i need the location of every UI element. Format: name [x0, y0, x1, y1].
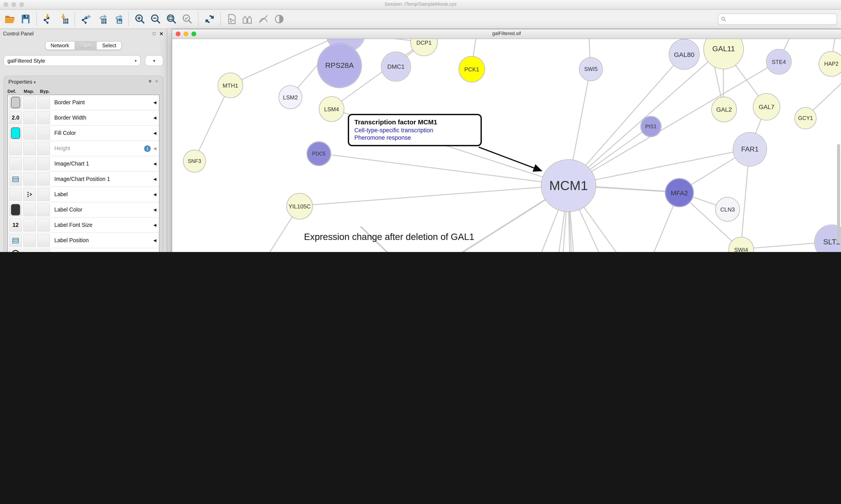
default-cell[interactable]	[9, 203, 22, 216]
import-table-button[interactable]	[56, 12, 71, 26]
network-node-swi5[interactable]: SWI5	[579, 57, 603, 81]
property-row-fill-color[interactable]: Fill Color ◀	[8, 126, 159, 141]
open-session-button[interactable]	[3, 12, 17, 26]
bypass-cell[interactable]	[37, 127, 50, 140]
zoom-selected-button[interactable]	[180, 12, 194, 26]
search-network-button[interactable]	[240, 12, 254, 26]
bypass-cell[interactable]	[37, 111, 50, 124]
expand-row-icon[interactable]: ◀	[153, 100, 156, 105]
property-row-label-color[interactable]: Label Color ◀	[8, 202, 159, 218]
expand-row-icon[interactable]: ◀	[153, 208, 156, 212]
expand-all-icon[interactable]: »	[147, 80, 154, 83]
network-node-far1[interactable]: FAR1	[733, 132, 767, 166]
network-node-hap2[interactable]: HAP2	[819, 51, 841, 77]
network-node-gal7[interactable]: GAL7	[753, 93, 780, 121]
mapping-cell[interactable]	[23, 157, 36, 170]
default-cell[interactable]	[9, 173, 22, 186]
import-network-button[interactable]	[41, 12, 55, 26]
network-node-lsm4[interactable]: LSM4	[319, 96, 344, 122]
network-node-gal11[interactable]: GAL11	[703, 39, 744, 69]
network-node-pis1[interactable]: PIS1	[640, 116, 661, 137]
search-input[interactable]	[728, 16, 834, 22]
network-node-pdc5[interactable]: PDC5	[307, 141, 331, 166]
network-node-gal80[interactable]: GAL80	[669, 39, 699, 70]
network-vertical-scrollbar[interactable]	[837, 144, 840, 244]
mapping-cell[interactable]	[23, 173, 36, 186]
default-cell[interactable]	[9, 249, 22, 252]
default-cell[interactable]	[9, 157, 22, 170]
save-session-button[interactable]	[18, 12, 32, 26]
default-cell[interactable]	[9, 234, 22, 247]
network-node-mth1[interactable]: MTH1	[218, 73, 243, 98]
property-row-border-width[interactable]: 2.0 Border Width ◀	[8, 110, 159, 126]
network-file-button[interactable]	[225, 12, 239, 26]
default-cell[interactable]	[9, 96, 22, 109]
mapping-cell[interactable]	[23, 203, 36, 216]
export-network-button[interactable]	[79, 12, 93, 26]
network-node-mfa2[interactable]: MFA2	[665, 178, 694, 207]
tab-select[interactable]: Select	[97, 41, 122, 50]
default-cell[interactable]	[9, 127, 22, 140]
expand-row-icon[interactable]: ◀	[153, 162, 156, 166]
mapping-cell[interactable]	[23, 188, 36, 201]
mapping-cell[interactable]	[23, 249, 36, 252]
network-node-dcp1[interactable]: DCP1	[410, 39, 437, 56]
network-node-dmc1[interactable]: DMC1	[381, 52, 411, 82]
property-row-image-chart-position-1[interactable]: Image/Chart Position 1 ◀	[8, 172, 159, 187]
float-panel-icon[interactable]: □	[153, 31, 155, 37]
style-options-button[interactable]: ▾	[145, 55, 163, 66]
bypass-cell[interactable]	[37, 249, 50, 252]
bypass-cell[interactable]	[37, 96, 50, 109]
property-row-label-position[interactable]: Label Position ◀	[8, 233, 159, 248]
tab-style[interactable]: Style	[75, 41, 97, 50]
bypass-cell[interactable]	[37, 234, 50, 247]
property-row-label[interactable]: Label ◀	[8, 187, 159, 202]
bypass-cell[interactable]	[37, 188, 50, 201]
property-row-label-font-size[interactable]: 12 Label Font Size ◀	[8, 218, 159, 233]
mapping-cell[interactable]	[23, 96, 36, 109]
expand-row-icon[interactable]: ◀	[153, 131, 156, 135]
network-node-rps28a[interactable]: RPS28A	[317, 43, 362, 88]
close-panel-icon[interactable]: ✕	[159, 31, 163, 37]
chevron-down-icon[interactable]: ▾	[34, 80, 36, 85]
style-selector[interactable]: galFiltered Style ▾	[3, 55, 141, 66]
property-row-border-paint[interactable]: Border Paint ◀	[8, 95, 159, 110]
zoom-fit-button[interactable]	[164, 12, 178, 26]
mapping-cell[interactable]	[23, 142, 36, 155]
bypass-cell[interactable]	[37, 203, 50, 216]
property-row-shape[interactable]: Shape ◀	[8, 248, 159, 252]
default-cell[interactable]	[9, 188, 22, 201]
network-canvas[interactable]: RPS28BGAL11RPS28ADCP1DMC1PCK1MTH1LSM2LSM…	[172, 39, 841, 252]
network-node-gcy1[interactable]: GCY1	[794, 107, 817, 129]
network-node-cln3[interactable]: CLN3	[715, 197, 740, 221]
expand-row-icon[interactable]: ◀	[153, 192, 156, 197]
export-image-button[interactable]	[110, 12, 124, 26]
collapse-all-icon[interactable]: «	[154, 80, 160, 83]
default-cell[interactable]	[9, 142, 22, 155]
expand-row-icon[interactable]: ◀	[153, 177, 156, 181]
info-icon[interactable]: i	[144, 145, 151, 152]
bypass-cell[interactable]	[37, 157, 50, 170]
expand-row-icon[interactable]: ◀	[153, 146, 156, 151]
bypass-cell[interactable]	[37, 173, 50, 186]
network-node-pck1[interactable]: PCK1	[459, 56, 485, 82]
export-table-button[interactable]	[95, 12, 109, 26]
zoom-out-button[interactable]	[148, 12, 162, 26]
default-cell[interactable]: 2.0	[9, 111, 22, 124]
network-window-titlebar[interactable]: galFiltered.sif	[172, 29, 841, 39]
search-box[interactable]	[718, 14, 837, 25]
zoom-in-button[interactable]	[133, 12, 147, 26]
network-node-snf3[interactable]: SNF3	[183, 150, 206, 173]
expand-row-icon[interactable]: ◀	[153, 115, 156, 120]
default-cell[interactable]: 12	[9, 218, 22, 232]
network-node-gal2[interactable]: GAL2	[711, 97, 737, 122]
mapping-cell[interactable]	[23, 111, 36, 124]
expand-row-icon[interactable]: ◀	[153, 238, 156, 242]
property-row-height[interactable]: Height i ◀	[8, 141, 159, 156]
mapping-cell[interactable]	[23, 127, 36, 140]
network-node-ste4[interactable]: STE4	[766, 49, 791, 74]
annotation-box[interactable]: Transcription factor MCM1 Cell-type-spec…	[348, 114, 482, 146]
bypass-cell[interactable]	[37, 142, 50, 155]
bypass-cell[interactable]	[37, 218, 50, 232]
network-node-swi4[interactable]: SWI4	[729, 237, 754, 252]
